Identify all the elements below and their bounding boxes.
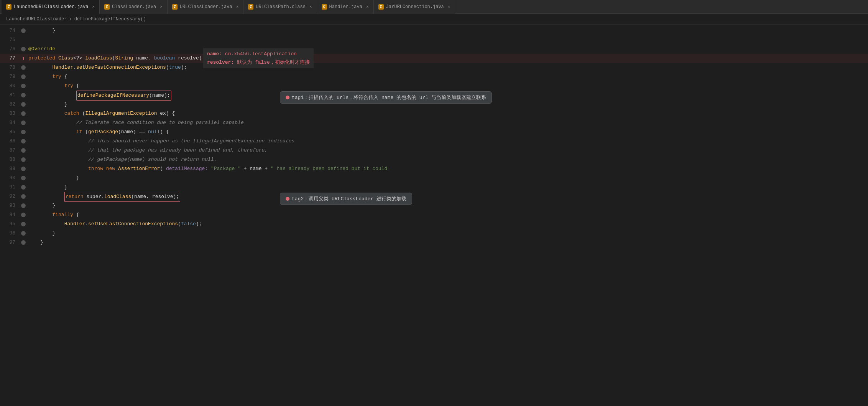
line-num-80: 80 xyxy=(0,81,20,91)
gutter-icon-74[interactable] xyxy=(21,28,26,33)
code-line-97: 97 } xyxy=(0,238,868,247)
code-area: name: cn.x5456.TestApplication resolver:… xyxy=(0,25,868,247)
code-line-94: 94 finally { xyxy=(0,210,868,220)
tab-jarurlconnection[interactable]: C JarURLConnection.java × xyxy=(374,0,455,14)
code-line-93: 93 } xyxy=(0,201,868,210)
code-line-92: 92 return super.loadClass(name, resolve)… xyxy=(0,192,868,201)
tab-icon-java: C xyxy=(104,4,110,10)
tab-icon-java: C xyxy=(322,4,327,10)
code-line-88: 88 // getPackage(name) should not return… xyxy=(0,155,868,164)
line-num-95: 95 xyxy=(0,220,20,229)
code-content-86: // This should never happen as the Illeg… xyxy=(27,137,868,146)
gutter-icon-79[interactable] xyxy=(21,74,26,79)
tag1-text: tag1：扫描传入的 urls，将符合传入 name 的包名的 url 与当前类… xyxy=(292,94,486,101)
gutter-icon-97[interactable] xyxy=(21,240,26,245)
tab-label: URLClassLoader.java xyxy=(180,4,232,10)
tab-handler[interactable]: C Handler.java × xyxy=(317,0,374,14)
gutter-icon-86[interactable] xyxy=(21,139,26,144)
code-line-83: 83 catch (IllegalArgumentException ex) { xyxy=(0,109,868,118)
gutter-icon-88[interactable] xyxy=(21,157,26,162)
code-line-89: 89 throw new AssertionError( detailMessa… xyxy=(0,164,868,173)
code-content-90: } xyxy=(27,173,868,183)
tab-icon-java: C xyxy=(378,4,384,10)
gutter-96 xyxy=(20,229,27,238)
hover-name-value: cn.x5456.TestApplication xyxy=(225,51,297,57)
gutter-icon-85[interactable] xyxy=(21,130,26,134)
code-content-74: } xyxy=(27,26,868,35)
breadcrumb-root[interactable]: LaunchedURLClassLoader xyxy=(6,17,67,22)
tab-close-btn[interactable]: × xyxy=(236,5,239,9)
tab-icon-class: C xyxy=(248,4,253,10)
code-content-79: try { xyxy=(27,72,868,81)
gutter-icon-92[interactable] xyxy=(21,194,26,199)
code-line-75: 75 xyxy=(0,35,868,45)
code-line-76: 76 @Override xyxy=(0,45,868,54)
line-num-83: 83 xyxy=(0,109,20,118)
gutter-icon-90[interactable] xyxy=(21,176,26,180)
gutter-icon-94[interactable] xyxy=(21,213,26,217)
tab-label: URLClassPath.class xyxy=(256,4,306,10)
gutter-icon-81[interactable] xyxy=(21,93,26,97)
gutter-icon-84[interactable] xyxy=(21,120,26,125)
gutter-icon-78[interactable] xyxy=(21,65,26,70)
code-line-81: 81 definePackageIfNecessary(name); tag1：… xyxy=(0,91,868,100)
code-content-93: } xyxy=(27,201,868,210)
hover-annotation: name: cn.x5456.TestApplication resolver:… xyxy=(203,48,314,68)
line-num-84: 84 xyxy=(0,118,20,127)
code-content-75 xyxy=(27,35,868,45)
up-arrow-icon[interactable]: ⬆ xyxy=(22,55,25,62)
gutter-82 xyxy=(20,100,27,109)
gutter-89 xyxy=(20,164,27,173)
line-num-96: 96 xyxy=(0,229,20,238)
gutter-81 xyxy=(20,91,27,100)
code-content-76: @Override xyxy=(27,45,868,54)
gutter-83 xyxy=(20,109,27,118)
tab-close-btn[interactable]: × xyxy=(448,5,450,9)
line-num-79: 79 xyxy=(0,72,20,81)
tab-urlclasspath[interactable]: C URLClassPath.class × xyxy=(243,0,317,14)
gutter-icon-82[interactable] xyxy=(21,102,26,107)
tab-close-btn[interactable]: × xyxy=(309,5,312,9)
line-num-74: 74 xyxy=(0,26,20,35)
line-num-92: 92 xyxy=(0,192,20,201)
gutter-icon-93[interactable] xyxy=(21,203,26,208)
code-line-91: 91 } xyxy=(0,183,868,192)
code-line-79: 79 try { xyxy=(0,72,868,81)
line-num-76: 76 xyxy=(0,45,20,54)
code-line-80: 80 try { xyxy=(0,81,868,91)
tab-close-btn[interactable]: × xyxy=(92,5,95,9)
line-num-77: 77 xyxy=(0,54,20,63)
tab-launched-url-classloader[interactable]: C LaunchedURLClassLoader.java × xyxy=(2,0,100,14)
gutter-icon-80[interactable] xyxy=(21,84,26,88)
tag1-dot xyxy=(286,96,289,99)
code-content-88: // getPackage(name) should not return nu… xyxy=(27,155,868,164)
line-num-75: 75 xyxy=(0,35,20,45)
gutter-94 xyxy=(20,210,27,220)
gutter-icon-96[interactable] xyxy=(21,231,26,236)
gutter-77: ⬆ xyxy=(20,54,27,63)
gutter-icon-89[interactable] xyxy=(21,167,26,171)
tab-icon-java: C xyxy=(6,4,12,10)
code-line-90: 90 } xyxy=(0,173,868,183)
gutter-icon-87[interactable] xyxy=(21,148,26,153)
gutter-icon-83[interactable] xyxy=(21,111,26,116)
tab-close-btn[interactable]: × xyxy=(366,5,369,9)
code-line-77: 77 ⬆ protected Class<?> loadClass(String… xyxy=(0,54,868,63)
gutter-97 xyxy=(20,238,27,247)
hover-resolver-value: 默认为 false，初始化时才连接 xyxy=(237,59,310,65)
gutter-icon-91[interactable] xyxy=(21,185,26,190)
tab-urlclassloader[interactable]: C URLClassLoader.java × xyxy=(168,0,243,14)
code-content-87: // that the package has already been def… xyxy=(27,146,868,155)
code-line-87: 87 // that the package has already been … xyxy=(0,146,868,155)
line-num-87: 87 xyxy=(0,146,20,155)
code-line-96: 96 } xyxy=(0,229,868,238)
code-content-84: // Tolerate race condition due to being … xyxy=(27,118,868,127)
tab-close-btn[interactable]: × xyxy=(160,5,163,9)
tab-bar: C LaunchedURLClassLoader.java × C ClassL… xyxy=(0,0,868,14)
breadcrumb-method[interactable]: definePackageIfNecessary() xyxy=(74,17,146,22)
gutter-icon-95[interactable] xyxy=(21,222,26,226)
tab-label: ClassLoader.java xyxy=(112,4,156,10)
gutter-icon-76[interactable] xyxy=(21,47,26,51)
tab-classloader[interactable]: C ClassLoader.java × xyxy=(100,0,168,14)
code-line-85: 85 if (getPackage(name) == null) { xyxy=(0,127,868,137)
